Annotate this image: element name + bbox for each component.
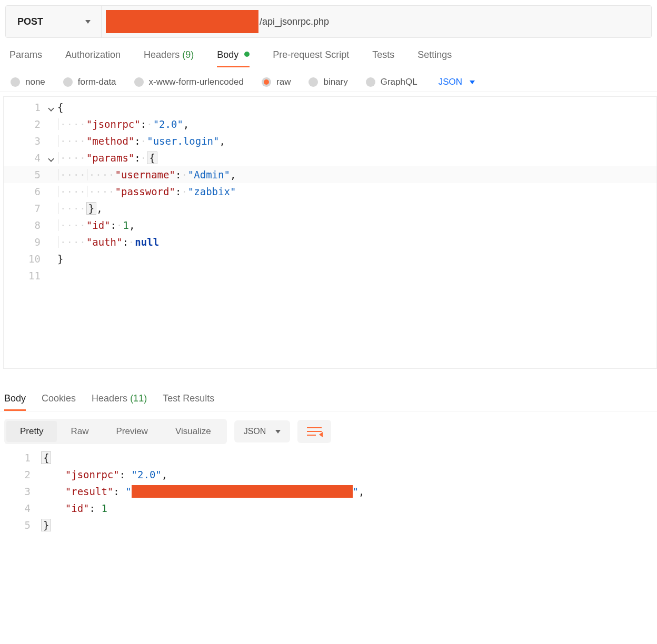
radio-icon	[366, 77, 375, 87]
resp-tab-headers[interactable]: Headers (11)	[92, 390, 147, 411]
tab-headers-count: (9)	[182, 49, 194, 60]
view-mode-group: Pretty Raw Preview Visualize	[4, 419, 227, 444]
tab-prerequest[interactable]: Pre-request Script	[273, 49, 349, 67]
tab-tests[interactable]: Tests	[372, 49, 394, 67]
body-modified-indicator	[244, 52, 250, 57]
tab-settings[interactable]: Settings	[417, 49, 452, 67]
radio-raw[interactable]: raw	[262, 77, 291, 87]
url-suffix: /api_jsonrpc.php	[260, 16, 329, 27]
view-preview[interactable]: Preview	[102, 421, 161, 442]
chevron-down-icon	[85, 20, 91, 24]
radio-icon	[262, 77, 271, 87]
wrap-icon	[307, 426, 322, 437]
resp-tab-cookies[interactable]: Cookies	[42, 390, 76, 411]
request-body-editor[interactable]: 1{ 2····"jsonrpc":·"2.0", 3····"method":…	[3, 96, 657, 369]
raw-type-select[interactable]: JSON	[439, 77, 475, 87]
radio-urlencoded[interactable]: x-www-form-urlencoded	[134, 77, 244, 87]
radio-graphql[interactable]: GraphQL	[366, 77, 417, 87]
tab-headers[interactable]: Headers (9)	[144, 49, 194, 67]
url-input[interactable]: /api_jsonrpc.php	[102, 6, 651, 37]
tab-headers-label: Headers	[144, 49, 180, 60]
chevron-down-icon	[275, 430, 281, 434]
radio-icon	[11, 77, 20, 87]
request-line: POST /api_jsonrpc.php	[5, 5, 652, 38]
radio-none[interactable]: none	[11, 77, 45, 87]
resp-tab-test-results[interactable]: Test Results	[163, 390, 214, 411]
radio-form-data[interactable]: form-data	[63, 77, 116, 87]
radio-icon	[134, 77, 144, 87]
body-type-row: none form-data x-www-form-urlencoded raw…	[0, 67, 657, 92]
fold-icon[interactable]	[48, 156, 54, 162]
radio-icon	[63, 77, 73, 87]
view-visualize[interactable]: Visualize	[162, 421, 225, 442]
tab-body[interactable]: Body	[217, 49, 250, 67]
view-pretty[interactable]: Pretty	[6, 421, 57, 442]
http-method-select[interactable]: POST	[6, 6, 102, 37]
view-raw[interactable]: Raw	[57, 421, 102, 442]
radio-icon	[308, 77, 318, 87]
tab-params[interactable]: Params	[9, 49, 42, 67]
tab-authorization[interactable]: Authorization	[65, 49, 121, 67]
response-tabs: Body Cookies Headers (11) Test Results	[0, 390, 657, 411]
tab-body-label: Body	[217, 49, 238, 60]
response-toolbar: Pretty Raw Preview Visualize JSON	[0, 411, 657, 446]
redacted-host	[106, 10, 258, 33]
response-body-editor[interactable]: 1{ 2 "jsonrpc": "2.0", 3 "result": "", 4…	[0, 446, 657, 534]
chevron-down-icon	[470, 80, 475, 84]
wrap-lines-button[interactable]	[297, 420, 331, 443]
radio-binary[interactable]: binary	[308, 77, 347, 87]
resp-tab-body[interactable]: Body	[4, 390, 26, 411]
request-tabs: Params Authorization Headers (9) Body Pr…	[0, 38, 657, 67]
redacted-token	[132, 485, 353, 498]
response-type-select[interactable]: JSON	[234, 420, 291, 442]
response-section: Body Cookies Headers (11) Test Results P…	[0, 390, 657, 534]
fold-icon[interactable]	[48, 105, 54, 111]
http-method-label: POST	[17, 16, 43, 27]
